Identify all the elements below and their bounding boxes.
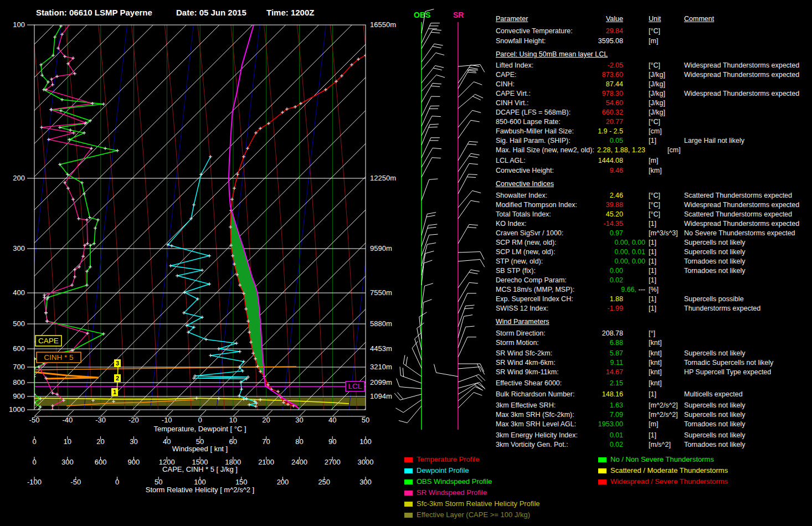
wind-barb-feather <box>480 65 485 73</box>
param-value-part: 978.30 <box>602 90 623 97</box>
wind-barb-feather <box>435 65 444 68</box>
height-label: 4453m <box>370 344 392 353</box>
pressure-label: 300 <box>13 244 25 252</box>
header-unit: Unit <box>649 14 661 24</box>
axis-tick-label: 80 <box>295 437 303 446</box>
adiabat-line <box>131 25 158 410</box>
data-point-marker <box>116 149 119 152</box>
axis-tick-label: 0 <box>32 458 36 466</box>
axis-tick-label: 2100 <box>258 458 274 466</box>
param-value: 5.87 <box>496 349 623 358</box>
wind-barb <box>422 44 434 62</box>
param-comment: Tornadoes not likely <box>684 266 745 276</box>
param-value-part: 0.97 <box>610 229 623 237</box>
param-unit: [°C] <box>649 210 660 219</box>
pressure-label: 200 <box>13 174 25 182</box>
axis-tick-label: 2400 <box>291 458 307 466</box>
srh-km-marker: 2 <box>116 375 119 381</box>
wind-barb-feather <box>436 75 445 78</box>
header-value: Value <box>496 14 623 24</box>
wind-barb <box>458 69 469 89</box>
param-value-part: 87.44 <box>606 80 623 88</box>
param-value-part: 0.00 <box>630 239 645 246</box>
wind-barb-feather <box>469 282 478 283</box>
axis-tick-label: 40 <box>163 437 171 446</box>
param-value: 87.44 <box>496 80 623 89</box>
wind-barb-feather <box>403 355 405 364</box>
axis-tick-label: 100 <box>359 437 372 446</box>
legend-item-severity: No / Non Severe Thunderstorms <box>598 456 812 464</box>
wind-barb-feather <box>427 213 436 214</box>
srh-km-marker: 1 <box>113 389 116 395</box>
data-point-marker <box>169 264 172 267</box>
param-value: 1953.00 <box>496 420 623 429</box>
axis-tick-label: 600 <box>95 458 107 466</box>
wind-barb-feather <box>469 69 478 70</box>
param-value-part: 0.01 <box>610 431 623 439</box>
param-value-part: 0.00, <box>614 239 630 246</box>
param-comment: Multicells expected <box>684 390 743 399</box>
data-point-marker <box>73 275 76 279</box>
data-point-marker <box>60 98 64 101</box>
wind-barb-feather <box>467 72 476 73</box>
axis-title: Storm Relative Helicity [ m^2/s^2 ] <box>146 486 254 494</box>
wind-barb <box>422 148 433 167</box>
wind-barb-feather <box>467 144 476 145</box>
wind-barb-feather <box>469 272 478 274</box>
param-comment: Large Hail not likely <box>684 136 744 146</box>
legend-swatch <box>404 457 413 462</box>
param-unit: [m^2/s^2] <box>649 401 678 410</box>
param-value: -2.05 <box>496 61 623 70</box>
wind-barb-feather <box>436 53 444 55</box>
height-label: 16550m <box>370 20 396 29</box>
wind-barb <box>458 374 479 382</box>
axis-tick-label: 3000 <box>358 458 374 466</box>
wind-barb-feather <box>466 305 475 306</box>
param-unit: [°C] <box>649 61 660 70</box>
wind-barb <box>458 190 472 208</box>
wind-barb <box>458 252 480 252</box>
wind-barb-feather <box>395 408 403 412</box>
data-point-marker <box>201 269 204 272</box>
wind-barb <box>412 348 422 368</box>
wind-barb-feather <box>425 283 433 286</box>
param-value-part: 6.88 <box>610 339 623 347</box>
legend-swatch <box>404 479 413 484</box>
pressure-label: 400 <box>13 288 25 297</box>
data-point-marker <box>170 244 173 247</box>
wind-barb <box>458 120 471 138</box>
legend-label: SR Windspeed Profile <box>417 489 487 496</box>
data-point-marker <box>80 181 84 184</box>
param-unit: [1] <box>649 390 656 399</box>
param-value-part: 208.78 <box>602 329 623 337</box>
wind-barb <box>422 106 430 126</box>
wind-barb <box>415 339 422 360</box>
wind-barb <box>403 400 422 412</box>
param-unit: [m/s^2] <box>649 440 671 450</box>
wind-barb-feather <box>430 124 439 125</box>
temperature-profile <box>230 55 366 406</box>
wind-barb <box>458 327 466 348</box>
axis-tick-label: -50 <box>29 416 40 424</box>
param-comment: Widespread Thunderstorms expected <box>684 89 799 99</box>
axis-tick-label: 250 <box>318 478 330 486</box>
wind-barb-feather <box>433 148 441 148</box>
data-point-marker <box>72 131 75 135</box>
param-comment: No Severe Thunderstorms expected <box>684 229 795 238</box>
param-comment: Supercells not likely <box>684 431 745 440</box>
param-value: 0.02 <box>496 276 623 285</box>
isotherm-line <box>166 25 551 410</box>
wind-barb-feather <box>431 86 440 86</box>
adiabat-line <box>264 25 291 410</box>
axis-tick-label: 90 <box>328 437 336 446</box>
param-value-part: 2.15 <box>610 379 623 387</box>
axis-tick-label: 50 <box>155 478 162 486</box>
param-unit: [J/kg] <box>649 80 665 89</box>
data-point-marker <box>238 350 241 353</box>
wind-barb <box>422 225 428 246</box>
data-point-marker <box>208 254 211 257</box>
title-station: Station: 06610 LSMP Payerne <box>36 8 152 17</box>
data-point-marker <box>77 217 80 220</box>
wind-barb <box>403 364 422 377</box>
data-point-marker <box>94 226 97 230</box>
